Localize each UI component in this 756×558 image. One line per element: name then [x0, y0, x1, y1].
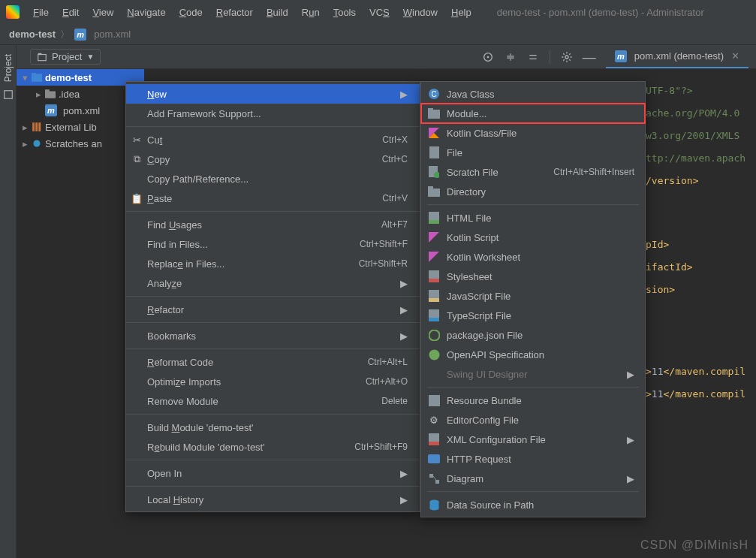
ctx-refactor[interactable]: Refactor▶	[126, 300, 420, 319]
svg-rect-40	[428, 454, 440, 463]
code-text: pId>	[646, 239, 669, 250]
editor-tab-pom[interactable]: m pom.xml (demo-test) ✕	[606, 46, 748, 68]
sub-label: HTTP Request	[447, 454, 511, 465]
sub-data-source[interactable]: Data Source in Path	[421, 495, 645, 514]
ctx-copy-path[interactable]: Copy Path/Reference...	[126, 169, 420, 189]
separator	[126, 126, 420, 127]
sub-diagram[interactable]: Diagram▶	[421, 469, 645, 488]
kotlin-icon	[427, 128, 441, 138]
ctx-local-history[interactable]: Local History▶	[126, 490, 420, 509]
menu-window[interactable]: Window	[397, 4, 444, 21]
ctx-add-framework[interactable]: Add Framework Support...	[126, 104, 420, 123]
project-view-dropdown[interactable]: Project ▼	[30, 49, 101, 65]
ctx-open-in[interactable]: Open In▶	[126, 463, 420, 483]
sub-java-class[interactable]: CJava Class	[421, 84, 645, 104]
bundle-icon	[427, 395, 441, 406]
sub-resource-bundle[interactable]: Resource Bundle	[421, 391, 645, 410]
expand-all-icon[interactable]	[505, 51, 517, 63]
sub-openapi[interactable]: OpenAPI Specification	[421, 345, 645, 364]
sub-file[interactable]: File	[421, 143, 645, 162]
menu-view[interactable]: View	[86, 4, 119, 21]
sub-kotlin-script[interactable]: Kotlin Script	[421, 228, 645, 247]
shortcut: Ctrl+C	[382, 154, 408, 164]
menu-file[interactable]: File	[27, 4, 55, 21]
close-icon[interactable]: ✕	[731, 50, 739, 62]
chevron-down-icon[interactable]: ▾	[21, 72, 29, 83]
sub-http-request[interactable]: HTTP Request	[421, 449, 645, 469]
sub-kotlin-worksheet[interactable]: Kotlin Worksheet	[421, 247, 645, 267]
chevron-right-icon[interactable]: ▸	[35, 89, 42, 100]
shortcut: Ctrl+Shift+F	[360, 239, 408, 249]
ctx-find-usages[interactable]: Find UsagesAlt+F7	[126, 215, 420, 234]
xml-icon	[427, 433, 441, 445]
target-icon[interactable]	[482, 51, 494, 63]
menu-vcs[interactable]: VCS	[363, 4, 396, 21]
ctx-build-module[interactable]: Build Module 'demo-test'	[126, 418, 420, 437]
svg-rect-26	[429, 220, 439, 224]
separator	[126, 296, 420, 297]
sub-editorconfig[interactable]: ⚙EditorConfig File	[421, 410, 645, 430]
tab-label: pom.xml (demo-test)	[634, 50, 724, 62]
ctx-paste[interactable]: 📋PasteCtrl+V	[126, 189, 420, 208]
sub-javascript[interactable]: JavaScript File	[421, 286, 645, 306]
ctx-optimize-imports[interactable]: Optimize ImportsCtrl+Alt+O	[126, 372, 420, 391]
project-tool-button[interactable]: Project	[3, 54, 14, 82]
folder-icon	[427, 186, 441, 197]
ctx-bookmarks[interactable]: Bookmarks▶	[126, 326, 420, 345]
breadcrumb-file[interactable]: pom.xml	[94, 29, 131, 40]
sub-label: Module...	[447, 108, 486, 119]
svg-point-3	[486, 56, 489, 58]
sub-package-json[interactable]: package.json File	[421, 325, 645, 345]
menu-run[interactable]: Run	[296, 4, 326, 21]
menu-edit[interactable]: Edit	[56, 4, 85, 21]
sub-swing[interactable]: Swing UI Designer▶	[421, 364, 645, 384]
sub-module[interactable]: Module...	[421, 104, 645, 123]
structure-icon[interactable]	[3, 89, 14, 100]
chevron-right-icon[interactable]: ▸	[21, 122, 29, 133]
breadcrumb-project[interactable]: demo-test	[9, 29, 56, 40]
ctx-find-in-files[interactable]: Find in Files...Ctrl+Shift+F	[126, 234, 420, 254]
menu-help[interactable]: Help	[445, 4, 477, 21]
sub-stylesheet[interactable]: Stylesheet	[421, 267, 645, 286]
gear-icon[interactable]	[561, 51, 573, 63]
hide-icon[interactable]: —	[583, 51, 595, 63]
svg-rect-20	[429, 146, 439, 158]
menu-navigate[interactable]: Navigate	[121, 4, 171, 21]
sub-scratch[interactable]: Scratch FileCtrl+Alt+Shift+Insert	[421, 162, 645, 182]
sub-directory[interactable]: Directory	[421, 182, 645, 201]
scratches-icon	[32, 139, 42, 148]
tree-item-label: pom.xml	[63, 105, 100, 116]
code-text: </	[663, 366, 675, 377]
svg-rect-12	[38, 122, 41, 131]
sub-label: JavaScript File	[447, 291, 511, 302]
sub-html[interactable]: HTML File	[421, 208, 645, 228]
maven-icon: m	[615, 50, 627, 62]
ctx-copy[interactable]: ⧉CopyCtrl+C	[126, 149, 420, 169]
project-icon	[37, 52, 47, 62]
paste-icon: 📋	[131, 193, 143, 204]
ctx-replace-in-files[interactable]: Replace in Files...Ctrl+Shift+R	[126, 254, 420, 273]
menu-code[interactable]: Code	[173, 4, 209, 21]
js-icon	[427, 290, 441, 302]
ctx-remove-module[interactable]: Remove ModuleDelete	[126, 391, 420, 411]
shortcut: Ctrl+Alt+O	[366, 376, 408, 387]
sub-label: Java Class	[447, 89, 495, 100]
collapse-all-icon[interactable]	[527, 51, 539, 63]
svg-rect-9	[45, 89, 50, 92]
ctx-cut[interactable]: ✂CutCtrl+X	[126, 130, 420, 149]
sub-xml-config[interactable]: XML Configuration File▶	[421, 430, 645, 449]
ctx-analyze[interactable]: Analyze▶	[126, 273, 420, 293]
ctx-label: Open In	[147, 468, 182, 479]
chevron-right-icon[interactable]: ▸	[21, 138, 29, 149]
ctx-new[interactable]: New▶	[126, 84, 420, 104]
sub-typescript[interactable]: TypeScript File	[421, 306, 645, 325]
svg-point-13	[34, 140, 41, 147]
menu-tools[interactable]: Tools	[327, 4, 362, 21]
sub-kotlin-class[interactable]: Kotlin Class/File	[421, 123, 645, 143]
ctx-rebuild-module[interactable]: Rebuild Module 'demo-test'Ctrl+Shift+F9	[126, 437, 420, 457]
menu-refactor[interactable]: Refactor	[210, 4, 259, 21]
tool-window-stripe: Project	[0, 45, 17, 558]
ctx-reformat[interactable]: Reformat CodeCtrl+Alt+L	[126, 352, 420, 372]
menu-build[interactable]: Build	[261, 4, 294, 21]
module-icon	[427, 108, 441, 119]
